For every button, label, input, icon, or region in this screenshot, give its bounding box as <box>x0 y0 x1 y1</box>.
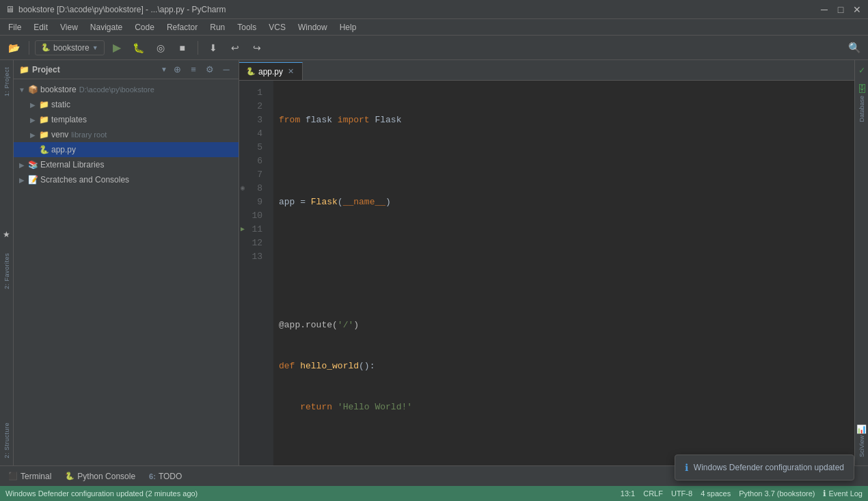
tree-item-apppy[interactable]: ▶ 🐍 app.py <box>14 142 239 157</box>
line-num-1: 1 <box>239 86 268 100</box>
status-bar: Windows Defender configuration updated (… <box>0 486 868 501</box>
code-line-8: return 'Hello World!' <box>279 401 849 414</box>
line-num-4: 4 <box>239 127 268 141</box>
panel-collapse-button[interactable]: ≡ <box>187 63 200 77</box>
project-header-icon: 📁 <box>19 65 29 75</box>
open-dir-icon[interactable]: 📂 <box>4 38 23 57</box>
event-log[interactable]: ℹ Event Log <box>823 489 863 498</box>
menu-vcs[interactable]: VCS <box>263 21 291 33</box>
indentation[interactable]: 4 spaces <box>701 489 731 498</box>
search-everywhere-button[interactable]: 🔍 <box>845 38 864 57</box>
line-ending[interactable]: CRLF <box>643 489 663 498</box>
terminal-icon: ⬛ <box>8 472 18 480</box>
code-line-1: from flask import Flask <box>279 113 849 127</box>
panel-minimize-button[interactable]: ─ <box>219 63 233 77</box>
code-content[interactable]: from flask import Flask app = Flask(__na… <box>273 81 854 465</box>
line-num-6: 6 <box>239 154 268 168</box>
editor-area: 🐍 app.py ✕ 1 2 3 4 5 6 7 ◉ 8 9 10 <box>239 60 854 465</box>
menu-view[interactable]: View <box>55 21 83 33</box>
python-version[interactable]: Python 3.7 (bookstore) <box>739 489 815 498</box>
tree-static-arrow[interactable]: ▶ <box>27 99 38 110</box>
stop-button[interactable]: ■ <box>173 38 192 57</box>
database-icon: 🗄 <box>857 83 867 94</box>
line-run-icon[interactable]: ▶ <box>241 223 245 236</box>
menu-code[interactable]: Code <box>129 21 160 33</box>
debug-button[interactable]: 🐛 <box>129 38 148 57</box>
tab-filename: app.py <box>258 67 283 77</box>
code-line-3: app = Flask(__name__) <box>279 195 849 209</box>
tree-templates-arrow[interactable]: ▶ <box>27 114 38 125</box>
left-sidebar-tabs: 1: Project ★ 2: Favorites 2: Structure <box>0 60 14 465</box>
sidebar-tab-favorites-label[interactable]: 2: Favorites <box>0 246 13 296</box>
status-right: 13:1 CRLF UTF-8 4 spaces Python 3.7 (boo… <box>621 489 863 498</box>
project-panel: 📁 Project ▼ ⊕ ≡ ⚙ ─ ▼ 📦 bookstore D:\aco… <box>14 60 239 465</box>
project-panel-header: 📁 Project ▼ ⊕ ≡ ⚙ ─ <box>14 60 239 79</box>
tree-item-venv[interactable]: ▶ 📁 venv library root <box>14 127 239 142</box>
tree-templates-icon: 📁 <box>38 114 49 125</box>
python-console-tab[interactable]: 🐍 Python Console <box>62 469 138 484</box>
main-area: 1: Project ★ 2: Favorites 2: Structure 📁… <box>0 60 868 465</box>
database-checkmark: ✓ <box>858 66 865 75</box>
update-project-button[interactable]: ⬇ <box>204 38 223 57</box>
menu-file[interactable]: File <box>3 21 27 33</box>
line-num-10: 10 <box>239 209 268 223</box>
title-bar: 🖥 bookstore [D:\acode\py\bookstore] - ..… <box>0 0 868 19</box>
panel-expand-button[interactable]: ⊕ <box>170 63 184 77</box>
todo-tab[interactable]: 6: TODO <box>146 469 185 484</box>
tree-root-icon: 📦 <box>27 84 38 95</box>
tree-scratch-label: Scratches and Consoles <box>40 175 129 185</box>
line-num-9: 9 <box>239 195 268 209</box>
sciview-icon: 📊 <box>856 424 867 434</box>
structure-label: 2: Structure <box>3 422 10 459</box>
tree-venv-extra: library root <box>71 131 107 139</box>
history-button[interactable]: ↩ <box>226 38 245 57</box>
tree-item-static[interactable]: ▶ 📁 static <box>14 97 239 112</box>
code-editor[interactable]: 1 2 3 4 5 6 7 ◉ 8 9 10 ▶ 11 12 13 <box>239 81 854 465</box>
notification-text: Windows Defender configuration updated <box>694 463 844 472</box>
code-line-4 <box>279 236 849 250</box>
sidebar-tab-favorites[interactable]: ★ <box>0 223 13 246</box>
menu-refactor[interactable]: Refactor <box>161 21 203 33</box>
file-encoding[interactable]: UTF-8 <box>671 489 692 498</box>
sciview-label: SciView <box>858 435 865 457</box>
close-button[interactable]: ✕ <box>852 4 863 15</box>
editor-tab-apppy[interactable]: 🐍 app.py ✕ <box>239 62 303 80</box>
tree-root-arrow[interactable]: ▼ <box>16 84 27 95</box>
tree-item-external-libraries[interactable]: ▶ 📚 External Libraries <box>14 157 239 172</box>
sidebar-tab-project[interactable]: 1: Project <box>0 60 13 103</box>
tree-item-templates[interactable]: ▶ 📁 templates <box>14 112 239 127</box>
terminal-tab[interactable]: ⬛ Terminal <box>5 469 54 484</box>
menu-navigate[interactable]: Navigate <box>85 21 128 33</box>
tree-apppy-icon: 🐍 <box>38 144 49 155</box>
panel-settings-button[interactable]: ⚙ <box>203 63 217 77</box>
event-log-icon: ℹ <box>823 489 826 498</box>
tree-ext-arrow[interactable]: ▶ <box>16 159 27 170</box>
forward-button[interactable]: ↪ <box>247 38 267 57</box>
tree-item-scratches[interactable]: ▶ 📝 Scratches and Consoles <box>14 172 239 187</box>
database-panel-tab[interactable]: 🗄 Database <box>856 78 868 128</box>
minimize-button[interactable]: ─ <box>819 4 830 15</box>
maximize-button[interactable]: □ <box>835 4 846 15</box>
event-log-label: Event Log <box>828 489 863 498</box>
menu-edit[interactable]: Edit <box>28 21 53 33</box>
run-configuration-selector[interactable]: 🐍 bookstore ▼ <box>35 40 105 55</box>
menu-window[interactable]: Window <box>293 21 333 33</box>
menu-help[interactable]: Help <box>334 21 362 33</box>
run-button[interactable]: ▶ <box>107 38 126 57</box>
sciview-panel-tab[interactable]: 📊 SciView <box>855 419 868 463</box>
tree-root-path: D:\acode\py\bookstore <box>79 85 154 94</box>
panel-caret[interactable]: ▼ <box>161 66 167 73</box>
terminal-label: Terminal <box>21 472 51 481</box>
cursor-position[interactable]: 13:1 <box>621 489 635 498</box>
tree-venv-arrow[interactable]: ▶ <box>27 129 38 140</box>
tree-item-root[interactable]: ▼ 📦 bookstore D:\acode\py\bookstore <box>14 82 239 97</box>
run-with-coverage-button[interactable]: ◎ <box>151 38 170 57</box>
project-panel-title: Project <box>32 65 158 75</box>
tab-close-button[interactable]: ✕ <box>286 67 295 77</box>
tree-scratch-arrow[interactable]: ▶ <box>16 174 27 185</box>
sidebar-tab-structure[interactable]: 2: Structure <box>0 416 13 465</box>
breakpoint-indicator[interactable]: ◉ <box>241 182 245 195</box>
menu-run[interactable]: Run <box>204 21 230 33</box>
menu-tools[interactable]: Tools <box>232 21 262 33</box>
line-num-2: 2 <box>239 100 268 113</box>
